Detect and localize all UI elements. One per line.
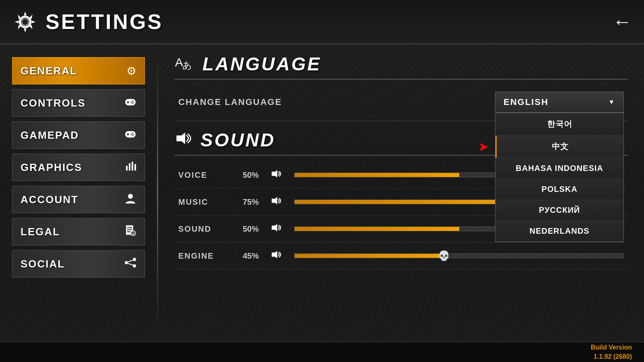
svg-point-14	[131, 134, 132, 135]
dropdown-arrow-icon: ▼	[608, 99, 615, 106]
svg-marker-35	[272, 170, 277, 178]
sidebar-item-controls[interactable]: CONTROLS	[12, 89, 145, 117]
page-title: SETTINGS	[45, 10, 163, 34]
svg-text:✓: ✓	[132, 232, 135, 236]
svg-rect-18	[132, 162, 133, 171]
sidebar-item-graphics[interactable]: GRAPHICS	[12, 154, 145, 181]
language-icon: A あ	[174, 54, 194, 74]
dropdown-item-dutch[interactable]: NEDERLANDS	[495, 221, 623, 242]
sound-label-engine: ENGINE	[178, 251, 227, 261]
svg-point-1	[22, 19, 29, 25]
back-button[interactable]: ←	[613, 12, 632, 31]
gamepad-icon	[124, 96, 136, 111]
sound-percent-engine: 45%	[235, 251, 259, 261]
svg-rect-11	[127, 134, 129, 135]
skull-icon: 💀	[438, 250, 450, 261]
svg-rect-24	[127, 231, 130, 232]
svg-line-31	[128, 263, 133, 265]
bottom-bar: Build Version 1.1.92 (2680)	[0, 342, 644, 362]
svg-marker-36	[272, 197, 277, 205]
dropdown-item-korean[interactable]: 한국어	[495, 113, 623, 136]
svg-point-8	[132, 103, 133, 104]
sidebar-item-gamepad[interactable]: GAMEPAD	[12, 121, 145, 149]
gear-icon: ⚙	[126, 64, 136, 78]
sidebar-item-social[interactable]: SOCIAL	[12, 250, 145, 278]
sound-slider-engine[interactable]: 💀	[294, 253, 624, 258]
header: SETTINGS ←	[0, 0, 644, 44]
sound-slider-fill-sound	[295, 227, 459, 231]
selected-language-text: ENGLISH	[504, 97, 549, 107]
svg-rect-23	[127, 229, 132, 230]
sidebar-item-legal[interactable]: LEGAL ✓	[12, 218, 145, 245]
graphics-icon	[124, 160, 136, 175]
dropdown-item-polska[interactable]: POLSKA	[495, 179, 623, 200]
volume-icon-voice	[271, 169, 282, 181]
sound-label-sound: SOUND	[178, 224, 227, 234]
legal-icon: ✓	[124, 224, 136, 239]
sidebar-item-general[interactable]: GENERAL ⚙	[12, 57, 145, 84]
header-title-group: SETTINGS	[12, 9, 163, 35]
sidebar-label-legal: LEGAL	[21, 226, 60, 238]
dropdown-item-bahasa[interactable]: BAHASA INDONESIA	[495, 158, 623, 179]
svg-point-5	[132, 100, 133, 101]
svg-rect-17	[129, 163, 130, 171]
social-icon	[124, 257, 136, 272]
svg-text:A: A	[175, 56, 183, 69]
svg-rect-22	[127, 227, 132, 228]
main-content: GENERAL ⚙ CONTROLS GAMEPAD	[0, 45, 644, 342]
change-language-label: CHANGE LANGUAGE	[178, 97, 282, 107]
sound-label-music: MUSIC	[178, 197, 227, 207]
dropdown-menu: 한국어 ➤ 中文 BAHASA INDONESIA POLSKA РУССКИ	[495, 113, 624, 242]
volume-icon-music	[271, 196, 282, 208]
svg-point-29	[133, 264, 136, 267]
sidebar-label-general: GENERAL	[21, 65, 77, 77]
build-line1: Build Version	[591, 343, 632, 352]
sound-label-voice: VOICE	[178, 171, 227, 180]
svg-point-27	[125, 261, 128, 264]
sidebar-label-graphics: GRAPHICS	[21, 161, 82, 174]
gamepad2-icon	[124, 128, 136, 143]
svg-rect-19	[134, 164, 136, 171]
red-arrow-indicator: ➤	[479, 140, 488, 153]
settings-gear-icon	[12, 9, 38, 35]
svg-point-13	[133, 134, 134, 135]
language-dropdown: ENGLISH ▼ 한국어 ➤ 中文 BAHASA INDONESIA	[495, 92, 624, 113]
sound-icon	[174, 130, 192, 150]
svg-line-30	[128, 260, 133, 262]
sound-section-title: SOUND	[200, 129, 275, 151]
dropdown-item-chinese[interactable]: ➤ 中文	[495, 136, 623, 158]
sound-slider-fill-engine: 💀	[295, 254, 443, 258]
account-icon	[124, 192, 136, 207]
sidebar-label-social: SOCIAL	[21, 258, 65, 270]
sound-percent-music: 75%	[235, 197, 259, 207]
dropdown-item-russian[interactable]: РУССКИЙ	[495, 200, 623, 221]
sound-percent-voice: 50%	[235, 171, 259, 180]
svg-point-7	[131, 101, 132, 103]
svg-text:あ: あ	[182, 60, 192, 70]
svg-point-6	[133, 101, 134, 103]
dropdown-selected[interactable]: ENGLISH ▼	[495, 92, 624, 113]
svg-point-12	[132, 132, 133, 134]
sound-slider-fill-voice	[295, 173, 459, 177]
sound-percent-sound: 50%	[235, 224, 259, 234]
svg-marker-34	[176, 132, 185, 144]
sound-row-engine: ENGINE 45% 💀	[174, 243, 628, 269]
svg-rect-4	[127, 102, 129, 103]
language-section-title: LANGUAGE	[202, 53, 321, 75]
build-line2: 1.1.92 (2680)	[591, 352, 632, 361]
language-row: CHANGE LANGUAGE ENGLISH ▼ 한국어 ➤ 中文	[174, 84, 628, 121]
svg-marker-38	[272, 251, 277, 259]
sidebar: GENERAL ⚙ CONTROLS GAMEPAD	[0, 45, 157, 342]
svg-marker-37	[272, 224, 277, 232]
sidebar-label-controls: CONTROLS	[21, 97, 86, 109]
svg-point-15	[132, 135, 133, 136]
svg-point-28	[133, 258, 136, 261]
svg-rect-16	[126, 166, 128, 171]
language-section-header: A あ LANGUAGE	[174, 53, 628, 80]
svg-point-20	[128, 194, 133, 199]
sidebar-label-account: ACCOUNT	[21, 193, 78, 206]
sidebar-item-account[interactable]: ACCOUNT	[12, 186, 145, 213]
build-version: Build Version 1.1.92 (2680)	[591, 343, 632, 361]
volume-icon-sound	[271, 223, 282, 235]
sidebar-label-gamepad: GAMEPAD	[21, 129, 79, 142]
